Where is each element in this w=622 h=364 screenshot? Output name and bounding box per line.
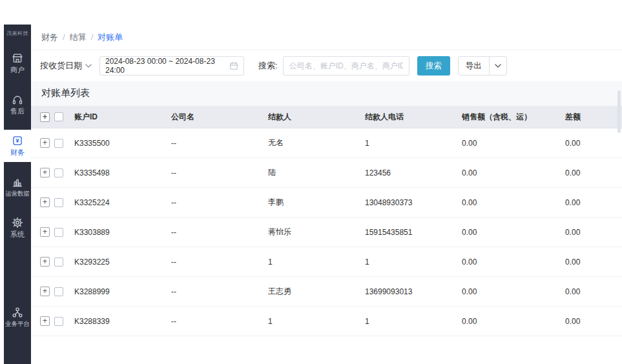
column-header-account-id: 账户ID [74, 112, 171, 123]
cell-sales: 0.00 [462, 139, 565, 148]
cell-diff: 0.00 [565, 168, 622, 177]
row-checkbox[interactable] [54, 228, 63, 237]
search-input[interactable] [283, 56, 409, 76]
cell-sales: 0.00 [462, 287, 565, 296]
scrollbar-thumb[interactable] [617, 90, 621, 133]
search-label: 搜索: [258, 60, 278, 72]
expand-row-button[interactable] [40, 227, 50, 237]
headset-icon [12, 94, 23, 105]
cell-phone: 123456 [365, 168, 462, 177]
network-icon [12, 307, 23, 318]
cell-account-id: K3293225 [74, 258, 171, 267]
chevron-down-icon [85, 64, 92, 68]
cell-company: -- [171, 228, 268, 237]
sidebar-item-operations-data[interactable]: 运营数据 [4, 171, 31, 203]
table-row: K3335498 -- 陆 123456 0.00 0.00 [31, 158, 622, 188]
cell-payee: 1 [268, 317, 365, 326]
logo-text: 茂惠科技 [4, 25, 31, 47]
cell-company: -- [171, 198, 268, 207]
row-checkbox[interactable] [54, 139, 63, 148]
cell-company: -- [171, 258, 268, 267]
cell-sales: 0.00 [462, 258, 565, 267]
date-range-value: 2024-08-23 00:00 ~ 2024-08-23 24:00 [105, 57, 229, 75]
cell-payee: 蒋怡乐 [268, 227, 365, 238]
table-row: K3293225 -- 1 1 0.00 0.00 [31, 247, 622, 277]
sidebar-item-merchant[interactable]: 商户 [4, 47, 31, 79]
cell-payee: 王志勇 [268, 286, 365, 297]
select-all-checkbox[interactable] [54, 112, 63, 121]
cell-phone: 1 [365, 258, 462, 267]
table-row: K3335500 -- 无名 1 0.00 0.00 [31, 128, 622, 158]
table-header-row: 账户ID 公司名 结款人 结款人电话 销售额（含税、运） 差额 [31, 106, 622, 128]
cell-company: -- [171, 139, 268, 148]
export-dropdown-toggle[interactable] [490, 64, 506, 68]
search-button[interactable]: 搜索 [417, 56, 450, 76]
cell-payee: 陆 [268, 167, 365, 178]
table-row: K3288999 -- 王志勇 13699093013 0.00 0.00 [31, 277, 622, 307]
cell-sales: 0.00 [462, 317, 565, 326]
svg-text:¥: ¥ [16, 137, 19, 144]
expand-row-button[interactable] [40, 168, 50, 177]
sidebar: 茂惠科技 商户 售后 [4, 25, 31, 364]
sidebar-item-finance[interactable]: ¥ 财务 [4, 130, 31, 162]
cell-diff: 0.00 [565, 258, 622, 267]
cell-phone: 15915435851 [365, 228, 462, 237]
expand-row-button[interactable] [40, 287, 50, 296]
row-checkbox[interactable] [54, 317, 63, 326]
sidebar-item-business-platform[interactable]: 业务平台 [4, 301, 31, 333]
expand-row-button[interactable] [40, 257, 50, 267]
expand-row-button[interactable] [40, 316, 50, 326]
breadcrumb: 财务 / 结算 / 对账单 [31, 25, 622, 50]
sidebar-item-after-sales[interactable]: 售后 [4, 88, 31, 121]
expand-all-button[interactable] [40, 112, 50, 122]
table-row: K3288339 -- 1 1 0.00 0.00 [31, 307, 622, 336]
column-header-diff: 差额 [565, 112, 622, 123]
breadcrumb-finance[interactable]: 财务 [41, 32, 58, 43]
cell-account-id: K3325224 [74, 198, 171, 207]
cell-company: -- [171, 287, 268, 296]
cell-company: -- [171, 317, 268, 326]
cell-diff: 0.00 [565, 287, 622, 296]
export-button-label: 导出 [459, 61, 489, 72]
breadcrumb-statement: 对账单 [98, 32, 123, 43]
filter-bar: 按收货日期 2024-08-23 00:00 ~ 2024-08-23 24:0… [31, 50, 622, 81]
cell-account-id: K3303889 [74, 228, 171, 237]
date-type-select[interactable]: 按收货日期 [40, 60, 92, 72]
sidebar-item-label: 运营数据 [5, 190, 30, 197]
row-checkbox[interactable] [54, 258, 63, 267]
export-button[interactable]: 导出 [458, 56, 507, 76]
cell-phone: 1 [365, 139, 462, 148]
cell-diff: 0.00 [565, 139, 622, 148]
row-checkbox[interactable] [54, 168, 63, 177]
expand-row-button[interactable] [40, 138, 50, 148]
sidebar-item-system[interactable]: 系统 [4, 212, 31, 244]
calendar-icon [229, 61, 238, 70]
row-checkbox[interactable] [54, 198, 63, 207]
gear-icon [12, 217, 23, 228]
breadcrumb-separator: / [91, 32, 94, 42]
cell-diff: 0.00 [565, 198, 622, 207]
column-header-company: 公司名 [171, 112, 268, 123]
cell-payee: 1 [268, 258, 365, 267]
sidebar-item-label: 业务平台 [5, 321, 30, 327]
column-header-payee: 结款人 [268, 112, 365, 123]
row-checkbox[interactable] [54, 287, 63, 296]
app-window: 茂惠科技 商户 售后 [0, 0, 622, 364]
sidebar-item-label: 商户 [10, 66, 25, 74]
expand-row-button[interactable] [40, 197, 50, 207]
breadcrumb-separator: / [63, 32, 65, 42]
sidebar-item-label: 财务 [10, 149, 25, 156]
statements-table: 账户ID 公司名 结款人 结款人电话 销售额（含税、运） 差额 K3335500… [31, 106, 622, 336]
cell-account-id: K3335500 [74, 139, 171, 148]
section-title: 对账单列表 [31, 81, 622, 106]
date-range-input[interactable]: 2024-08-23 00:00 ~ 2024-08-23 24:00 [99, 56, 244, 76]
sidebar-item-label: 系统 [10, 231, 25, 238]
table-row: K3325224 -- 李鹏 13048930373 0.00 0.00 [31, 188, 622, 217]
cell-payee: 无名 [268, 137, 365, 148]
column-header-phone: 结款人电话 [365, 112, 462, 123]
table-section: 对账单列表 账户ID 公司名 结款人 结款人电话 销售额（含税、运） 差额 K3… [31, 81, 622, 364]
breadcrumb-settlement[interactable]: 结算 [70, 32, 87, 43]
cell-phone: 13048930373 [365, 198, 462, 207]
cell-account-id: K3288339 [74, 317, 171, 326]
date-type-label: 按收货日期 [40, 60, 82, 72]
